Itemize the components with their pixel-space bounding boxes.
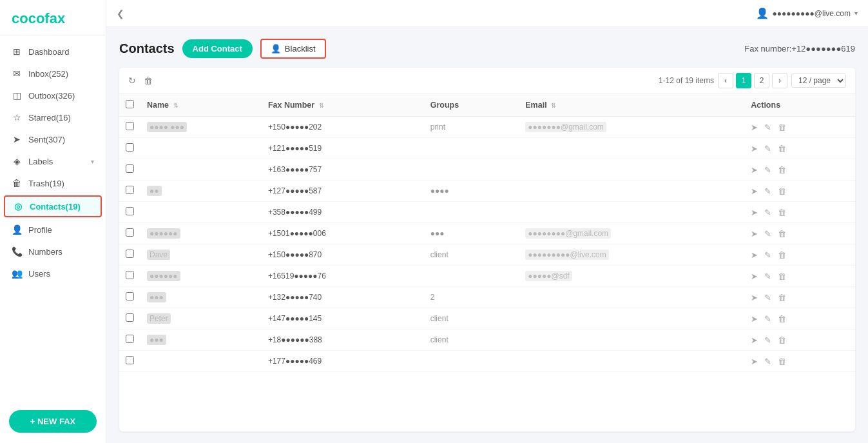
sidebar-item-contacts[interactable]: ◎ Contacts(19) — [4, 195, 102, 217]
delete-icon[interactable]: 🗑 — [144, 75, 153, 86]
send-fax-icon[interactable]: ➤ — [751, 144, 758, 153]
row-checkbox[interactable] — [126, 335, 134, 343]
prev-page-button[interactable]: ‹ — [718, 73, 733, 88]
delete-row-icon[interactable]: 🗑 — [778, 271, 786, 281]
new-fax-button[interactable]: + NEW FAX — [9, 410, 97, 433]
edit-icon[interactable]: ✎ — [764, 186, 771, 196]
row-checkbox[interactable] — [126, 250, 134, 258]
edit-icon[interactable]: ✎ — [764, 314, 771, 324]
delete-row-icon[interactable]: 🗑 — [778, 144, 786, 153]
sidebar-item-label: Numbers — [28, 247, 94, 257]
main-area: ❮ 👤 ●●●●●●●●●@live.com ▾ Contacts Add Co… — [106, 0, 868, 443]
fax-sort-icon[interactable]: ⇅ — [319, 103, 324, 109]
content-area: Contacts Add Contact 👤 Blacklist Fax num… — [106, 27, 868, 443]
trash-icon: 🗑 — [12, 178, 22, 188]
page-2-button[interactable]: 2 — [754, 73, 769, 88]
contact-name — [140, 159, 262, 181]
profile-icon: 👤 — [12, 224, 22, 235]
sidebar-item-starred[interactable]: ☆ Starred(16) — [0, 106, 106, 128]
edit-icon[interactable]: ✎ — [764, 271, 771, 281]
send-fax-icon[interactable]: ➤ — [751, 165, 758, 175]
row-checkbox[interactable] — [126, 186, 134, 194]
edit-icon[interactable]: ✎ — [764, 250, 771, 260]
name-column-header: Name ⇅ — [140, 94, 262, 117]
delete-row-icon[interactable]: 🗑 — [778, 335, 786, 345]
name-sort-icon[interactable]: ⇅ — [173, 103, 178, 109]
contact-actions: ➤✎🗑 — [744, 330, 855, 351]
contacts-table: Name ⇅ Fax Number ⇅ Groups Email ⇅ Actio… — [119, 94, 855, 372]
sidebar-item-inbox[interactable]: ✉ Inbox(252) — [0, 63, 106, 84]
blacklist-button[interactable]: 👤 Blacklist — [260, 39, 326, 59]
edit-icon[interactable]: ✎ — [764, 165, 771, 175]
row-checkbox[interactable] — [126, 313, 134, 322]
delete-row-icon[interactable]: 🗑 — [778, 208, 786, 217]
user-avatar-icon: 👤 — [756, 7, 769, 19]
refresh-icon[interactable]: ↻ — [128, 75, 136, 86]
user-dropdown-icon[interactable]: ▾ — [854, 10, 858, 17]
logo-fax: fax — [44, 10, 65, 26]
next-page-button[interactable]: › — [772, 73, 787, 88]
labels-icon: ◈ — [12, 156, 22, 166]
send-fax-icon[interactable]: ➤ — [751, 186, 758, 196]
send-fax-icon[interactable]: ➤ — [751, 229, 758, 239]
edit-icon[interactable]: ✎ — [764, 229, 771, 239]
delete-row-icon[interactable]: 🗑 — [778, 293, 786, 302]
edit-icon[interactable]: ✎ — [764, 144, 771, 153]
sidebar-item-users[interactable]: 👥 Users — [0, 262, 106, 284]
contact-fax: +177●●●●●469 — [262, 351, 424, 372]
send-fax-icon[interactable]: ➤ — [751, 314, 758, 324]
row-checkbox[interactable] — [126, 143, 134, 152]
add-contact-button[interactable]: Add Contact — [182, 39, 253, 58]
row-checkbox[interactable] — [126, 356, 134, 364]
row-checkbox[interactable] — [126, 122, 134, 130]
page-1-button[interactable]: 1 — [736, 73, 751, 88]
send-fax-icon[interactable]: ➤ — [751, 293, 758, 302]
contacts-table-container: ↻ 🗑 1-12 of 19 items ‹ 1 2 › 12 / page 2… — [119, 68, 855, 431]
sidebar-item-profile[interactable]: 👤 Profile — [0, 219, 106, 241]
contact-fax: +147●●●●●145 — [262, 308, 424, 330]
edit-icon[interactable]: ✎ — [764, 123, 771, 132]
sidebar-item-dashboard[interactable]: ⊞ Dashboard — [0, 41, 106, 63]
send-fax-icon[interactable]: ➤ — [751, 208, 758, 217]
dashboard-icon: ⊞ — [12, 46, 22, 57]
sidebar-item-sent[interactable]: ➤ Sent(307) — [0, 128, 106, 150]
delete-row-icon[interactable]: 🗑 — [778, 357, 786, 366]
send-fax-icon[interactable]: ➤ — [751, 123, 758, 132]
collapse-sidebar-button[interactable]: ❮ — [117, 8, 124, 19]
send-fax-icon[interactable]: ➤ — [751, 335, 758, 345]
delete-row-icon[interactable]: 🗑 — [778, 186, 786, 196]
sidebar-item-label: Profile — [28, 225, 94, 235]
sidebar-item-numbers[interactable]: 📞 Numbers — [0, 241, 106, 262]
select-all-checkbox[interactable] — [126, 100, 134, 108]
delete-row-icon[interactable]: 🗑 — [778, 123, 786, 132]
contact-name — [140, 138, 262, 159]
contact-email — [519, 202, 744, 223]
delete-row-icon[interactable]: 🗑 — [778, 250, 786, 260]
contact-actions: ➤✎🗑 — [744, 244, 855, 266]
contact-email: ●●●●●@sdf — [519, 266, 744, 287]
row-checkbox[interactable] — [126, 292, 134, 300]
topbar: ❮ 👤 ●●●●●●●●●@live.com ▾ — [106, 0, 868, 27]
row-checkbox[interactable] — [126, 271, 134, 279]
contact-fax: +18●●●●●●388 — [262, 330, 424, 351]
send-fax-icon[interactable]: ➤ — [751, 271, 758, 281]
row-checkbox[interactable] — [126, 228, 134, 237]
edit-icon[interactable]: ✎ — [764, 357, 771, 366]
row-checkbox[interactable] — [126, 164, 134, 173]
delete-row-icon[interactable]: 🗑 — [778, 229, 786, 239]
delete-row-icon[interactable]: 🗑 — [778, 165, 786, 175]
edit-icon[interactable]: ✎ — [764, 335, 771, 345]
sidebar-item-labels[interactable]: ◈ Labels ▾ — [0, 150, 106, 172]
edit-icon[interactable]: ✎ — [764, 208, 771, 217]
contact-name: ●●●●●● — [140, 223, 262, 244]
delete-row-icon[interactable]: 🗑 — [778, 314, 786, 324]
page-size-select[interactable]: 12 / page 24 / page 48 / page — [791, 74, 846, 88]
email-sort-icon[interactable]: ⇅ — [551, 103, 556, 109]
send-fax-icon[interactable]: ➤ — [751, 250, 758, 260]
sidebar-item-outbox[interactable]: ◫ Outbox(326) — [0, 84, 106, 106]
edit-icon[interactable]: ✎ — [764, 293, 771, 302]
row-checkbox[interactable] — [126, 207, 134, 215]
contact-fax: +150●●●●●202 — [262, 117, 424, 138]
sidebar-item-trash[interactable]: 🗑 Trash(19) — [0, 172, 106, 194]
send-fax-icon[interactable]: ➤ — [751, 357, 758, 366]
